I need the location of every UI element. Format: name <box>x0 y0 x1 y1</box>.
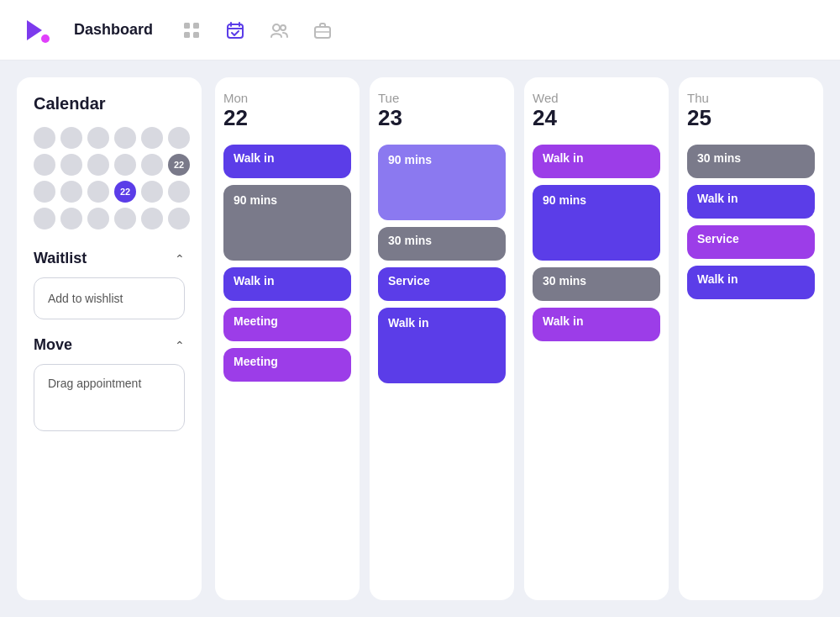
cal-dot <box>168 181 190 203</box>
day-number-tue: 23 <box>378 105 506 131</box>
appt-mon-5[interactable]: Meeting <box>223 348 351 382</box>
cal-dot <box>114 127 136 149</box>
waitlist-label: Waitlist <box>34 250 87 267</box>
cal-dot <box>34 154 55 176</box>
svg-rect-5 <box>193 32 199 38</box>
move-chevron[interactable]: ⌃ <box>175 339 185 352</box>
cal-dot <box>87 181 109 203</box>
cal-dot <box>87 127 109 149</box>
appt-wed-2[interactable]: 90 mins <box>533 185 660 261</box>
wishlist-placeholder-text: Add to wishlist <box>48 292 123 305</box>
day-header-thu: Thu 25 <box>687 91 815 131</box>
add-to-wishlist-button[interactable]: Add to wishlist <box>34 277 185 319</box>
day-header-wed: Wed 24 <box>533 91 660 131</box>
appt-tue-1[interactable]: 90 mins <box>378 145 506 220</box>
appt-mon-1[interactable]: Walk in <box>223 145 351 178</box>
cal-dot <box>60 208 82 229</box>
cal-dot <box>168 208 190 229</box>
svg-marker-0 <box>27 20 42 40</box>
waitlist-section-header: Waitlist ⌃ <box>34 250 185 267</box>
day-header-mon: Mon 22 <box>223 91 351 131</box>
appt-tue-2[interactable]: 30 mins <box>378 227 506 261</box>
header: Dashboard <box>0 0 840 61</box>
move-label: Move <box>34 336 72 354</box>
appt-tue-4[interactable]: Walk in <box>378 308 506 383</box>
appt-thu-4[interactable]: Walk in <box>687 266 815 299</box>
header-title: Dashboard <box>74 21 153 39</box>
cal-dot-22-gray[interactable]: 22 <box>168 154 190 176</box>
day-name-thu: Thu <box>687 91 815 105</box>
appt-mon-3[interactable]: Walk in <box>223 267 351 301</box>
appt-wed-3[interactable]: 30 mins <box>533 267 660 301</box>
sidebar: Calendar 22 22 <box>17 77 202 600</box>
cal-dot <box>34 127 55 149</box>
day-col-wed: Wed 24 Walk in 90 mins 30 mins Walk in <box>524 77 669 600</box>
day-name-tue: Tue <box>378 91 506 105</box>
cal-dot <box>34 181 55 203</box>
appt-wed-1[interactable]: Walk in <box>533 145 660 178</box>
cal-dot <box>87 154 109 176</box>
drag-appointment-box[interactable]: Drag appointment <box>34 364 185 431</box>
cal-dot <box>87 208 109 229</box>
cal-dot <box>114 208 136 229</box>
move-section-header: Move ⌃ <box>34 336 185 354</box>
appt-mon-2[interactable]: 90 mins <box>223 185 351 261</box>
calendar-dots: 22 22 <box>34 127 185 229</box>
day-col-mon: Mon 22 Walk in 90 mins Walk in Meeting M… <box>215 77 360 600</box>
cal-dot <box>114 154 136 176</box>
cal-dot <box>34 208 55 229</box>
cal-dot <box>60 154 82 176</box>
svg-rect-4 <box>184 32 190 38</box>
cal-dot <box>141 208 163 229</box>
svg-point-11 <box>281 25 286 30</box>
day-number-mon: 22 <box>223 105 351 131</box>
day-header-tue: Tue 23 <box>378 91 506 131</box>
calendar-icon[interactable] <box>223 18 247 42</box>
header-icons <box>180 18 334 42</box>
day-name-mon: Mon <box>223 91 351 105</box>
logo <box>20 12 57 49</box>
drag-placeholder-text: Drag appointment <box>48 377 141 390</box>
appt-thu-3[interactable]: Service <box>687 225 815 259</box>
cal-dot <box>60 127 82 149</box>
main: Calendar 22 22 <box>0 61 840 617</box>
grid-icon[interactable] <box>180 18 203 42</box>
calendar-area: Mon 22 Walk in 90 mins Walk in Meeting M… <box>215 77 823 600</box>
team-icon[interactable] <box>267 18 291 42</box>
day-col-thu: Thu 25 30 mins Walk in Service Walk in <box>679 77 823 600</box>
day-number-wed: 24 <box>533 105 660 131</box>
day-col-tue: Tue 23 90 mins 30 mins Service Walk in <box>370 77 514 600</box>
cal-dot <box>168 127 190 149</box>
cal-dot <box>141 154 163 176</box>
cal-dot <box>60 181 82 203</box>
appt-mon-4[interactable]: Meeting <box>223 308 351 341</box>
day-number-thu: 25 <box>687 105 815 131</box>
cal-dot <box>141 181 163 203</box>
cal-dot <box>141 127 163 149</box>
appt-thu-1[interactable]: 30 mins <box>687 145 815 178</box>
waitlist-chevron[interactable]: ⌃ <box>175 252 185 266</box>
svg-point-10 <box>273 24 280 31</box>
appt-tue-3[interactable]: Service <box>378 267 506 301</box>
svg-point-1 <box>41 34 50 43</box>
appt-thu-2[interactable]: Walk in <box>687 185 815 219</box>
calendar-title: Calendar <box>34 94 185 113</box>
appt-wed-4[interactable]: Walk in <box>533 308 660 341</box>
briefcase-icon[interactable] <box>311 18 334 42</box>
day-name-wed: Wed <box>533 91 660 105</box>
cal-dot-22-selected[interactable]: 22 <box>114 181 136 203</box>
svg-rect-3 <box>193 23 199 29</box>
svg-rect-6 <box>228 24 243 38</box>
svg-rect-2 <box>184 23 190 29</box>
